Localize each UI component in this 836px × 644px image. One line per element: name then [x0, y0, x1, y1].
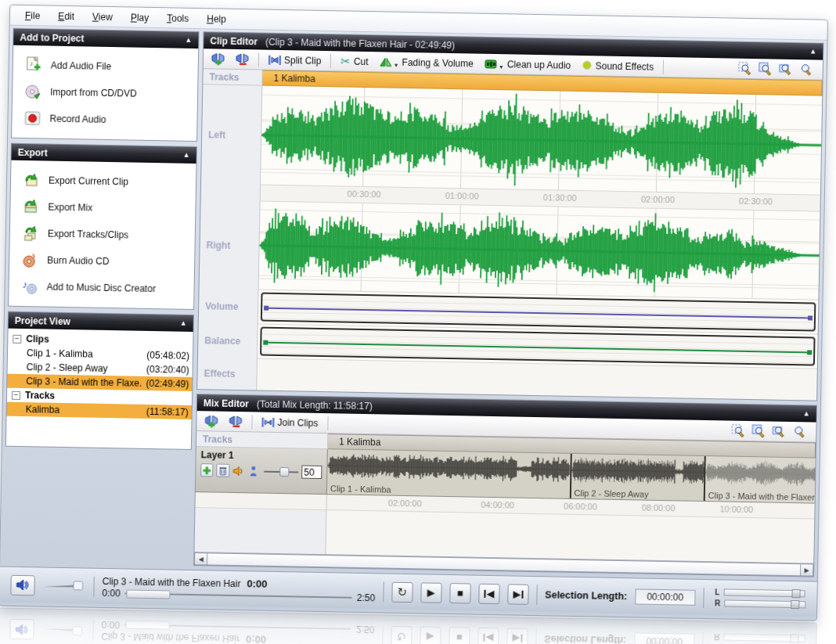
mix-editor-grid: Tracks 1 Kalimba Layer 1	[194, 431, 816, 563]
join-clips-button[interactable]: Join Clips	[258, 415, 321, 430]
level-meters: L R	[715, 588, 806, 609]
action-label: Add to Music Disc Creator	[46, 282, 156, 295]
layer-mute-button[interactable]	[232, 464, 245, 477]
cut-button[interactable]: ✂ Cut	[337, 52, 372, 70]
sidebar: Add to Project ▲ ♪ Add Audio File	[3, 28, 199, 566]
menu-play[interactable]: Play	[124, 9, 159, 26]
menu-tools[interactable]: Tools	[160, 10, 198, 27]
zoom-in-icon[interactable]	[759, 62, 773, 75]
menu-view[interactable]: View	[85, 9, 122, 25]
layer-volume-slider[interactable]	[264, 466, 298, 477]
collapse-icon[interactable]: ▲	[183, 152, 190, 159]
layer-volume-input[interactable]	[301, 466, 322, 479]
import-cd-button[interactable]: Import from CD/DVD	[23, 78, 195, 108]
action-label: Export Mix	[48, 202, 92, 214]
split-clip-icon	[268, 54, 281, 65]
clean-up-audio-button[interactable]: ▼ Clean up Audio	[481, 56, 575, 72]
track-name: Kalimba	[26, 404, 142, 417]
sound-effects-button[interactable]: ✹ Sound Effects	[578, 56, 657, 76]
collapse-icon[interactable]: ▲	[185, 37, 192, 44]
left-channel-waveform[interactable]	[261, 86, 822, 196]
cut-icon: ✂	[341, 54, 351, 68]
tree-item-kalimba-track[interactable]: Kalimba (11:58:17)	[7, 402, 192, 419]
record-audio-icon	[23, 110, 41, 127]
scroll-right-button[interactable]: ▶	[800, 563, 813, 576]
zoom-in-icon[interactable]	[751, 424, 766, 437]
zoom-select-icon[interactable]	[731, 424, 745, 437]
progress-thumb[interactable]	[127, 589, 171, 599]
mix-clip-name: Clip 2 - Sleep Away	[574, 488, 648, 499]
zoom-select-icon[interactable]	[738, 62, 752, 75]
tracks-column-label: Tracks	[203, 69, 262, 85]
add-layer-button[interactable]	[200, 463, 214, 477]
menu-file[interactable]: File	[18, 7, 50, 23]
fading-volume-button[interactable]: ▼ Fading & Volume	[376, 55, 477, 70]
play-button[interactable]: ▶	[420, 582, 442, 603]
export-current-clip-button[interactable]: Export Current Clip	[22, 167, 193, 196]
playback-progress-group: Clip 3 - Maid with the Flaxen Hair 0:00 …	[102, 574, 375, 603]
collapse-icon[interactable]: ▲	[180, 320, 187, 327]
slider-thumb[interactable]	[279, 467, 289, 477]
clip-editor-grid: Left 00:30:00 01:00:00 01:30:00 02:00:00…	[197, 85, 822, 400]
add-to-music-disc-creator-button[interactable]: ♪ Add to Music Disc Creator	[20, 273, 191, 303]
zoom-out-icon[interactable]	[772, 425, 786, 438]
export-mix-button[interactable]: Export Mix	[21, 193, 193, 223]
mix-clip-2[interactable]: Clip 2 - Sleep Away	[571, 454, 705, 501]
next-icon: ▶	[513, 588, 521, 600]
import-cd-icon	[23, 83, 42, 100]
previous-button[interactable]: ◀	[478, 583, 500, 603]
zoom-out-icon[interactable]	[779, 63, 793, 76]
tree-collapse-icon[interactable]: −	[13, 334, 21, 343]
collapse-icon[interactable]: ▲	[803, 410, 810, 417]
tree-collapse-icon[interactable]: −	[12, 390, 20, 399]
add-audio-file-button[interactable]: ♪ Add Audio File	[23, 52, 195, 81]
timeline-tick: 06:00:00	[564, 502, 597, 512]
envelope-node[interactable]	[808, 315, 813, 320]
loop-button[interactable]: ↻	[391, 581, 413, 602]
zoom-full-icon[interactable]	[799, 63, 813, 76]
menu-edit[interactable]: Edit	[51, 8, 84, 24]
project-tree: − Clips Clip 1 - Kalimba (05:48:02) Clip…	[6, 329, 193, 449]
delete-clip-button[interactable]	[232, 51, 252, 67]
scroll-left-button[interactable]: ◀	[194, 552, 207, 565]
split-clip-button[interactable]: Split Clip	[265, 52, 325, 67]
playback-progress-slider[interactable]	[125, 588, 352, 602]
master-volume-slider[interactable]	[42, 578, 86, 593]
stop-button[interactable]: ■	[449, 583, 471, 603]
action-label: Burn Audio CD	[47, 255, 110, 267]
split-clip-label: Split Clip	[284, 55, 322, 67]
left-channel-label: Left	[201, 85, 262, 185]
remove-clip-from-mix-button[interactable]	[225, 413, 245, 429]
next-button[interactable]: ▶	[507, 584, 529, 604]
layer-solo-button[interactable]	[247, 464, 260, 477]
tree-group-label: Clips	[26, 333, 49, 345]
master-volume-button[interactable]	[10, 574, 34, 595]
add-to-project-panel: Add to Project ▲ ♪ Add Audio File	[11, 28, 200, 142]
mix-clip-1[interactable]: Clip 1 - Kalimba	[327, 449, 571, 498]
timeline-tick: 10:00:00	[719, 504, 753, 514]
dropdown-icon: ▼	[393, 62, 398, 67]
export-tracks-clips-button[interactable]: Export Tracks/Clips	[21, 220, 193, 250]
zoom-full-icon[interactable]	[792, 425, 806, 438]
timeline-tick: 00:30:00	[348, 189, 381, 200]
mix-clip-waveform	[705, 456, 816, 491]
add-clip-to-mix-button[interactable]	[201, 413, 221, 429]
menu-help[interactable]: Help	[200, 11, 236, 27]
timeline-tick: 08:00:00	[642, 503, 676, 513]
timeline-tick: 01:00:00	[445, 191, 479, 201]
cut-label: Cut	[354, 56, 369, 67]
delete-layer-button[interactable]	[217, 464, 230, 477]
volume-envelope-line[interactable]	[265, 307, 811, 318]
envelope-node[interactable]	[263, 340, 268, 344]
right-channel-waveform[interactable]	[259, 202, 820, 300]
toolbar-separator	[327, 416, 328, 430]
add-clip-button[interactable]	[208, 51, 228, 67]
mix-clip-3[interactable]: Clip 3 - Maid with the Flaxen...	[705, 456, 816, 503]
balance-envelope-line[interactable]	[265, 341, 810, 353]
burn-audio-cd-button[interactable]: Burn Audio CD	[20, 246, 192, 276]
envelope-node[interactable]	[807, 350, 812, 354]
collapse-icon[interactable]: ▲	[809, 48, 816, 55]
meter-right	[724, 599, 805, 608]
envelope-node[interactable]	[264, 305, 268, 310]
record-audio-button[interactable]: Record Audio	[23, 105, 194, 135]
